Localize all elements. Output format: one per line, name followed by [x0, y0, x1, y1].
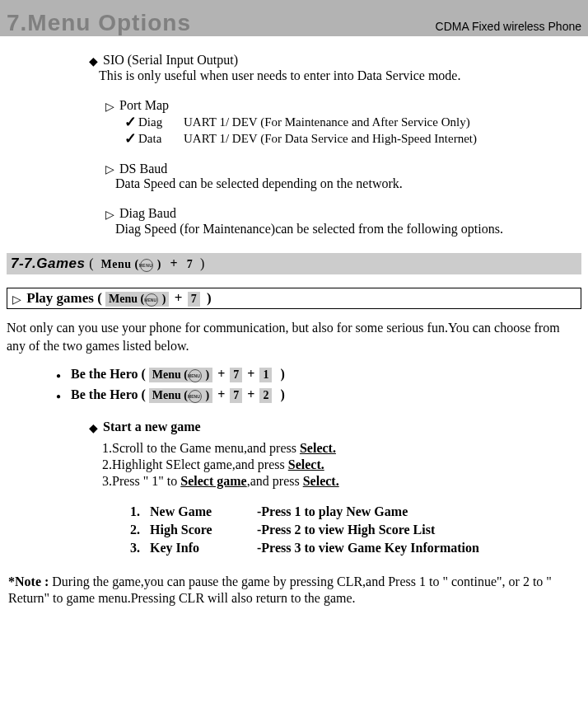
triangle-icon [12, 293, 21, 307]
check-icon [122, 114, 138, 130]
note-label: *Note : [8, 574, 52, 588]
menu-icon [189, 390, 202, 403]
dsbaud-title: DS Baud [119, 162, 167, 176]
menu-key: Menu ( ) [105, 292, 169, 307]
play-games-close: ) [207, 290, 212, 306]
note-text: During the game,you can pause the game b… [8, 574, 552, 605]
triangle-icon [105, 208, 114, 222]
sio-section: SIO (Serial Input Output) This is only u… [89, 53, 581, 83]
option-high-score: 2. High Score -Press 2 to view High Scor… [130, 521, 581, 539]
menu-icon [140, 259, 153, 272]
bullet-icon [56, 367, 68, 381]
menu-icon [145, 293, 158, 307]
key-1: 1 [259, 368, 272, 382]
portmap-diag-val: UART 1/ DEV (For Maintenance and After S… [184, 114, 470, 130]
section-7-7-header: 7-7.Games ( Menu ( ) + 7 ) [7, 253, 581, 274]
key-7: 7 [184, 257, 197, 272]
triangle-icon [105, 162, 114, 176]
menu-icon [189, 369, 202, 382]
portmap-data-val: UART 1/ DEV (For Data Service and High-S… [184, 130, 477, 147]
key-7: 7 [230, 368, 242, 382]
portmap-diag-label: Diag [138, 114, 184, 130]
diagbaud-title: Diag Baud [119, 206, 176, 220]
key-2: 2 [259, 388, 272, 403]
check-icon [122, 130, 138, 147]
play-games-title: Play games ( [26, 290, 102, 306]
option-new-game: 1. New Game -Press 1 to play New Game [130, 503, 581, 521]
section-7-7-title: 7-7.Games [11, 256, 86, 271]
page-subtitle: CDMA Fixed wireless Phone [436, 20, 581, 36]
bullet-icon [56, 387, 68, 401]
diagbaud-section: Diag Baud Diag Speed (for Maintenance)ca… [105, 206, 581, 237]
step-3: 3.Press " 1" to Select game,and press Se… [102, 473, 581, 490]
game-2: Be the Hero ( Menu ( ) + 7 + 2 ) [56, 387, 581, 403]
key-7: 7 [188, 292, 200, 307]
portmap-data-label: Data [138, 130, 184, 147]
portmap-section: Port Map [105, 98, 581, 114]
option-list: 1. New Game -Press 1 to play New Game 2.… [130, 503, 581, 557]
sio-desc: This is only useful when user needs to e… [99, 68, 581, 83]
triangle-icon [105, 100, 114, 114]
diamond-icon [89, 421, 98, 435]
menu-key: Menu ( ) [149, 388, 212, 403]
dsbaud-desc: Data Speed can be selected depending on … [115, 176, 581, 191]
sio-title: SIO (Serial Input Output) [103, 53, 238, 67]
intro-text: Not only can you use your phone for comm… [7, 319, 581, 355]
game-list: Be the Hero ( Menu ( ) + 7 + 1 ) Be the … [56, 367, 581, 403]
key-7: 7 [230, 388, 242, 403]
menu-key: Menu ( ) [98, 257, 165, 272]
portmap-row-data: Data UART 1/ DEV (For Data Service and H… [122, 130, 581, 147]
start-game-section: Start a new game [89, 420, 581, 435]
play-games-row: Play games ( Menu ( ) + 7 ) [7, 288, 581, 309]
page-content: SIO (Serial Input Output) This is only u… [0, 36, 588, 613]
game-1: Be the Hero ( Menu ( ) + 7 + 1 ) [56, 367, 581, 382]
start-title: Start a new game [103, 420, 201, 434]
diamond-icon [89, 54, 98, 68]
step-2: 2.Highlight SElect game,and press Select… [102, 457, 581, 473]
portmap-title: Port Map [119, 98, 169, 112]
option-key-info: 3. Key Info -Press 3 to view Game Key In… [130, 539, 581, 557]
dsbaud-section: DS Baud Data Speed can be selected depen… [105, 162, 581, 192]
portmap-row-diag: Diag UART 1/ DEV (For Maintenance and Af… [122, 114, 581, 130]
diagbaud-desc: Diag Speed (for Maintenance)can be selec… [115, 222, 581, 237]
menu-key: Menu ( ) [149, 368, 212, 382]
step-1: 1.Scroll to the Game menu,and press Sele… [102, 440, 581, 457]
page-title: 7.Menu Options [7, 10, 191, 36]
note: *Note : During the game,you can pause th… [7, 574, 581, 607]
start-steps: 1.Scroll to the Game menu,and press Sele… [102, 440, 581, 490]
page-header: 7.Menu Options CDMA Fixed wireless Phone [0, 0, 588, 36]
